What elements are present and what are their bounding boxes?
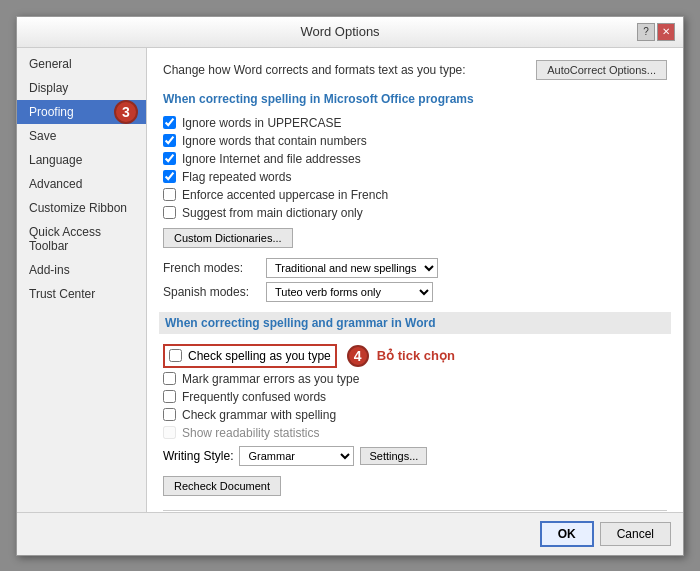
cb-readability-input[interactable]: [163, 426, 176, 439]
writing-style-row: Writing Style: Grammar Grammar & Style S…: [163, 446, 667, 466]
cb-ignore-numbers-input[interactable]: [163, 134, 176, 147]
section1-header: When correcting spelling in Microsoft Of…: [163, 92, 667, 106]
cb-ignore-numbers-label: Ignore words that contain numbers: [182, 134, 367, 148]
cb-ignore-uppercase-label: Ignore words in UPPERCASE: [182, 116, 341, 130]
cb-ignore-internet-input[interactable]: [163, 152, 176, 165]
sidebar-item-proofing[interactable]: Proofing 3: [17, 100, 146, 124]
settings-button[interactable]: Settings...: [360, 447, 427, 465]
cb-enforce-accented-input[interactable]: [163, 188, 176, 201]
cb-ignore-internet: Ignore Internet and file addresses: [163, 150, 667, 168]
check-spelling-row: Check spelling as you type 4 Bỏ tick chọ…: [163, 342, 667, 370]
recheck-document-button[interactable]: Recheck Document: [163, 476, 281, 496]
cb-mark-grammar-label: Mark grammar errors as you type: [182, 372, 359, 386]
footer: OK Cancel: [17, 512, 683, 555]
cb-flag-repeated-label: Flag repeated words: [182, 170, 291, 184]
sidebar-item-advanced[interactable]: Advanced: [17, 172, 146, 196]
help-button[interactable]: ?: [637, 23, 655, 41]
cb-ignore-internet-label: Ignore Internet and file addresses: [182, 152, 361, 166]
sidebar-item-quick-access[interactable]: Quick Access Toolbar: [17, 220, 146, 258]
top-row: Change how Word corrects and formats tex…: [163, 60, 667, 80]
annotation-4: Bỏ tick chọn: [377, 348, 455, 363]
sidebar: General Display Proofing 3 Save Language…: [17, 48, 147, 512]
title-bar: Word Options ? ✕: [17, 17, 683, 48]
cb-ignore-uppercase: Ignore words in UPPERCASE: [163, 114, 667, 132]
ok-button[interactable]: OK: [540, 521, 594, 547]
cb-grammar-input[interactable]: [163, 408, 176, 421]
cancel-button[interactable]: Cancel: [600, 522, 671, 546]
sidebar-item-general[interactable]: General: [17, 52, 146, 76]
cb-flag-repeated: Flag repeated words: [163, 168, 667, 186]
cb-flag-repeated-input[interactable]: [163, 170, 176, 183]
section2: When correcting spelling and grammar in …: [163, 312, 667, 502]
word-options-dialog: Word Options ? ✕ General Display Proofin…: [16, 16, 684, 556]
badge-4: 4: [347, 345, 369, 367]
cb-grammar-row: Check grammar with spelling: [163, 406, 667, 424]
cb-suggest-main-dict-label: Suggest from main dictionary only: [182, 206, 363, 220]
french-modes-select[interactable]: Traditional and new spellings Traditiona…: [266, 258, 438, 278]
cb-readability-label: Show readability statistics: [182, 426, 319, 440]
spanish-modes-label: Spanish modes:: [163, 285, 258, 299]
section2-header: When correcting spelling and grammar in …: [159, 312, 671, 334]
cb-enforce-accented: Enforce accented uppercase in French: [163, 186, 667, 204]
writing-style-select[interactable]: Grammar Grammar & Style: [239, 446, 354, 466]
sidebar-item-add-ins[interactable]: Add-ins: [17, 258, 146, 282]
cb-enforce-accented-label: Enforce accented uppercase in French: [182, 188, 388, 202]
cb-ignore-uppercase-input[interactable]: [163, 116, 176, 129]
cb-readability-row: Show readability statistics: [163, 424, 667, 442]
dialog-body: General Display Proofing 3 Save Language…: [17, 48, 683, 512]
sidebar-item-trust-center[interactable]: Trust Center: [17, 282, 146, 306]
custom-dictionaries-button[interactable]: Custom Dictionaries...: [163, 228, 293, 248]
sidebar-item-language[interactable]: Language: [17, 148, 146, 172]
autocorrect-options-button[interactable]: AutoCorrect Options...: [536, 60, 667, 80]
badge-3: 3: [114, 100, 138, 124]
cb-confused-input[interactable]: [163, 390, 176, 403]
close-button[interactable]: ✕: [657, 23, 675, 41]
top-description: Change how Word corrects and formats tex…: [163, 63, 466, 77]
cb-ignore-numbers: Ignore words that contain numbers: [163, 132, 667, 150]
cb-check-spelling-label: Check spelling as you type: [188, 349, 331, 363]
writing-style-label: Writing Style:: [163, 449, 233, 463]
cb-grammar-label: Check grammar with spelling: [182, 408, 336, 422]
french-modes-label: French modes:: [163, 261, 258, 275]
cb-suggest-main-dict: Suggest from main dictionary only: [163, 204, 667, 222]
cb-mark-grammar-row: Mark grammar errors as you type: [163, 370, 667, 388]
french-modes-row: French modes: Traditional and new spelli…: [163, 258, 667, 278]
spanish-modes-select[interactable]: Tuteo verb forms only Voseo verb forms o…: [266, 282, 433, 302]
sidebar-item-save[interactable]: Save: [17, 124, 146, 148]
cb-check-spelling-input[interactable]: [169, 349, 182, 362]
spanish-modes-row: Spanish modes: Tuteo verb forms only Vos…: [163, 282, 667, 302]
title-bar-buttons: ? ✕: [637, 23, 675, 41]
check-spelling-highlighted: Check spelling as you type: [163, 344, 337, 368]
cb-suggest-main-dict-input[interactable]: [163, 206, 176, 219]
cb-confused-label: Frequently confused words: [182, 390, 326, 404]
cb-mark-grammar-input[interactable]: [163, 372, 176, 385]
cb-confused-row: Frequently confused words: [163, 388, 667, 406]
main-content: Change how Word corrects and formats tex…: [147, 48, 683, 512]
sidebar-item-display[interactable]: Display: [17, 76, 146, 100]
dialog-title: Word Options: [43, 24, 637, 39]
sidebar-item-customize-ribbon[interactable]: Customize Ribbon: [17, 196, 146, 220]
